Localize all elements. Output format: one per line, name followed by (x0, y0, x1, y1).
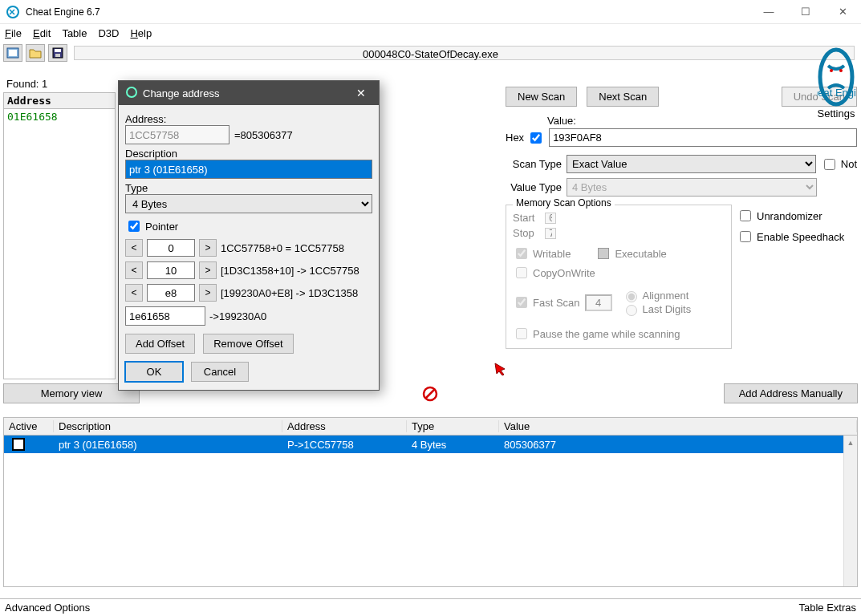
start-label: Start (513, 212, 540, 224)
scrollbar[interactable]: ▲ (843, 436, 857, 586)
address-table: Active Description Address Type Value pt… (3, 417, 858, 587)
offset-inc-button-2[interactable]: > (199, 284, 217, 302)
cell-description[interactable]: ptr 3 (01E61658) (54, 439, 282, 451)
description-label: Description (125, 148, 372, 160)
svg-point-12 (127, 87, 136, 97)
svg-point-9 (830, 69, 833, 72)
offset-input-2[interactable] (147, 284, 195, 302)
value-type-label: Value Type (506, 181, 562, 193)
scan-type-label: Scan Type (506, 158, 562, 170)
pointer-checkbox[interactable]: Pointer (125, 218, 372, 234)
found-count: Found: 1 (3, 78, 51, 90)
process-label: 000048C0-StateOfDecay.exe (0, 48, 861, 60)
menu-edit[interactable]: Edit (33, 27, 51, 39)
address-decoded: =805306377 (234, 129, 293, 141)
remove-offset-button[interactable]: Remove Offset (203, 334, 293, 354)
offset-dec-button-0[interactable]: < (125, 239, 143, 257)
select-process-arrow-icon[interactable] (493, 362, 507, 376)
titlebar: Cheat Engine 6.7 — ☐ ✕ (0, 0, 861, 24)
th-value[interactable]: Value (499, 420, 857, 432)
results-header-address[interactable]: Address (4, 93, 115, 109)
change-address-dialog: Change address ✕ Address: =805306377 Des… (118, 80, 380, 391)
window-title: Cheat Engine 6.7 (26, 6, 100, 18)
offset-result-2: [199230A0+E8] -> 1D3C1358 (221, 287, 358, 299)
description-input[interactable] (125, 160, 372, 179)
menu-d3d[interactable]: D3D (98, 27, 119, 39)
cell-type[interactable]: 4 Bytes (407, 439, 499, 451)
writable-checkbox[interactable]: Writable (513, 245, 571, 261)
offset-dec-button-1[interactable]: < (125, 261, 143, 279)
scan-panel: New Scan Next Scan Undo Scan Value: Hex … (506, 87, 857, 349)
fastscan-checkbox[interactable]: Fast Scan (513, 294, 580, 310)
base-result: ->199230A0 (209, 310, 266, 322)
th-active[interactable]: Active (4, 420, 54, 432)
offset-dec-button-2[interactable]: < (125, 284, 143, 302)
menu-file[interactable]: File (5, 27, 22, 39)
close-button[interactable]: ✕ (824, 0, 861, 24)
value-input[interactable] (549, 128, 857, 147)
dialog-close-button[interactable]: ✕ (350, 87, 372, 99)
new-scan-button[interactable]: New Scan (506, 87, 577, 107)
active-checkbox[interactable] (12, 438, 25, 451)
offset-input-1[interactable] (147, 261, 195, 279)
scroll-up-icon[interactable]: ▲ (844, 436, 857, 449)
executable-checkbox[interactable]: Executable (595, 245, 666, 261)
type-label: Type (125, 182, 372, 194)
menu-help[interactable]: Help (130, 27, 152, 39)
cell-value[interactable]: 805306377 (499, 439, 857, 451)
stop-label: Stop (513, 227, 540, 239)
memory-scan-options: Memory Scan Options Start Stop Writable … (506, 205, 732, 349)
unrandomizer-checkbox[interactable]: Unrandomizer (737, 208, 857, 224)
dialog-app-icon (125, 86, 138, 101)
type-select[interactable]: 4 Bytes (125, 194, 372, 213)
cell-address[interactable]: P->1CC57758 (282, 439, 407, 451)
no-entry-icon[interactable] (422, 386, 438, 402)
value-type-select[interactable]: 4 Bytes (567, 178, 817, 197)
menu-table[interactable]: Table (62, 27, 87, 39)
address-input[interactable] (125, 125, 229, 144)
offset-inc-button-1[interactable]: > (199, 261, 217, 279)
address-label: Address: (125, 113, 372, 125)
svg-point-10 (839, 69, 843, 72)
stop-input[interactable] (545, 228, 556, 239)
dialog-title: Change address (143, 87, 219, 99)
offset-input-0[interactable] (147, 239, 195, 257)
fastscan-value[interactable] (585, 294, 612, 311)
svg-text:Cheat Engine: Cheat Engine (817, 87, 855, 99)
base-address-input[interactable] (125, 306, 205, 326)
alignment-radio[interactable]: Alignment (622, 289, 692, 302)
cheat-engine-logo-icon[interactable]: Cheat Engine (811, 47, 861, 107)
start-input[interactable] (545, 213, 556, 224)
statusbar: Advanced Options Table Extras (0, 598, 861, 616)
results-row[interactable]: 01E61658 (4, 109, 115, 124)
scan-type-select[interactable]: Exact Value (567, 155, 816, 173)
hex-checkbox[interactable]: Hex (506, 130, 544, 146)
offset-result-0: 1CC57758+0 = 1CC57758 (221, 242, 344, 254)
advanced-options-link[interactable]: Advanced Options (5, 602, 90, 614)
minimize-button[interactable]: — (750, 0, 787, 24)
maximize-button[interactable]: ☐ (787, 0, 824, 24)
add-offset-button[interactable]: Add Offset (125, 334, 195, 354)
offset-result-1: [1D3C1358+10] -> 1CC57758 (221, 265, 359, 277)
th-description[interactable]: Description (54, 420, 282, 432)
ok-button[interactable]: OK (125, 362, 183, 382)
table-extras-link[interactable]: Table Extras (798, 602, 856, 614)
table-row[interactable]: ptr 3 (01E61658) P->1CC57758 4 Bytes 805… (4, 436, 857, 453)
settings-link[interactable]: Settings (811, 107, 861, 120)
logo-column: Cheat Engine Settings (811, 47, 861, 120)
memopts-legend: Memory Scan Options (513, 197, 615, 209)
results-list[interactable]: Address 01E61658 (3, 92, 116, 379)
next-scan-button[interactable]: Next Scan (587, 87, 659, 107)
add-address-manually-button[interactable]: Add Address Manually (724, 383, 858, 403)
offset-inc-button-0[interactable]: > (199, 239, 217, 257)
copyonwrite-checkbox[interactable]: CopyOnWrite (513, 265, 725, 281)
pause-checkbox[interactable]: Pause the game while scanning (513, 326, 725, 342)
cancel-button[interactable]: Cancel (191, 362, 249, 382)
lastdigits-radio[interactable]: Last Digits (622, 302, 692, 316)
th-address[interactable]: Address (282, 420, 407, 432)
svg-line-7 (425, 389, 435, 399)
speedhack-checkbox[interactable]: Enable Speedhack (737, 229, 857, 245)
menubar: File Edit Table D3D Help (0, 24, 861, 42)
th-type[interactable]: Type (407, 420, 499, 432)
not-checkbox[interactable]: Not (821, 156, 857, 172)
